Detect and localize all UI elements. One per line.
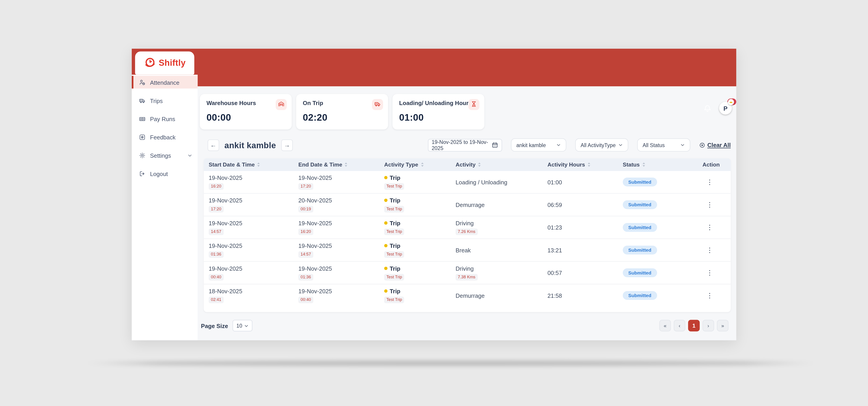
caret-down-icon xyxy=(680,143,685,147)
clear-all-button[interactable]: Clear All xyxy=(699,142,731,148)
activity-type-select[interactable]: All ActivityType xyxy=(575,138,628,152)
activity-type: Trip xyxy=(384,220,451,226)
cell-end-date: 19-Nov-202500:40 xyxy=(293,284,379,307)
notification-bell-icon[interactable] xyxy=(703,104,712,113)
cell-activity-type: TripTest Trip xyxy=(379,216,451,239)
page-size-select[interactable]: 10 xyxy=(232,320,252,332)
cell-activity-type: TripTest Trip xyxy=(379,262,451,284)
sort-icon[interactable] xyxy=(478,162,481,167)
truck-icon xyxy=(139,97,146,104)
activity-type: Trip xyxy=(384,265,451,272)
sort-icon[interactable] xyxy=(344,162,348,167)
employee-name: ankit kamble xyxy=(219,140,281,150)
cell-activity-type: TripTest Trip xyxy=(379,284,451,307)
column-header-status[interactable]: Status xyxy=(618,161,698,168)
money-icon xyxy=(139,116,146,122)
table-body: 19-Nov-202516:2019-Nov-202517:20TripTest… xyxy=(204,171,731,307)
activity-type-label: Trip xyxy=(390,220,400,226)
start-time-badge: 00:40 xyxy=(209,274,223,280)
first-page-button[interactable]: « xyxy=(659,320,671,332)
date-range-picker[interactable]: 19-Nov-2025 to 19-Nov-2025 xyxy=(428,138,502,151)
activity-hours: 06:59 xyxy=(548,201,618,208)
column-header-activity-type[interactable]: Activity Type xyxy=(379,161,451,168)
user-avatar[interactable]: P xyxy=(719,102,732,115)
sidebar-item-label: Feedback xyxy=(150,133,176,140)
kebab-menu-icon[interactable]: ⋮ xyxy=(706,179,713,185)
end-date: 19-Nov-2025 xyxy=(298,220,379,226)
activity-hours: 01:23 xyxy=(548,224,618,231)
column-header-activity[interactable]: Activity xyxy=(451,161,542,168)
column-label: Activity Type xyxy=(384,161,418,168)
cell-activity-type: TripTest Trip xyxy=(379,239,451,261)
stat-icon-box xyxy=(372,99,383,110)
next-page-button[interactable]: › xyxy=(703,320,714,332)
column-label: Action xyxy=(703,161,720,168)
activity-hours: 00:57 xyxy=(548,270,618,276)
trip-dot-icon xyxy=(384,267,388,270)
last-page-button[interactable]: » xyxy=(717,320,728,332)
employee-select[interactable]: ankit kamble xyxy=(511,138,566,152)
activity-name: Driving xyxy=(456,265,542,272)
kebab-menu-icon[interactable]: ⋮ xyxy=(706,270,713,276)
stat-card-value: 01:00 xyxy=(399,112,478,123)
kebab-menu-icon[interactable]: ⋮ xyxy=(706,224,713,231)
kebab-menu-icon[interactable]: ⋮ xyxy=(706,292,713,299)
sort-icon[interactable] xyxy=(587,162,591,167)
cell-action: ⋮ xyxy=(698,171,731,193)
activity-hours: 21:58 xyxy=(548,292,618,299)
brand-logo[interactable]: Shiftly xyxy=(135,52,194,75)
cell-activity: Demurrage xyxy=(451,284,542,307)
sort-icon[interactable] xyxy=(257,162,260,167)
activity-name: Driving xyxy=(456,220,542,226)
activity-name: Loading / Unloading xyxy=(456,179,542,185)
sidebar-item-settings[interactable]: Settings xyxy=(132,149,197,161)
prev-employee-button[interactable]: ← xyxy=(208,139,219,151)
activity-type-label: Trip xyxy=(390,265,400,272)
back-chevron-icon[interactable]: ‹ xyxy=(202,121,205,129)
column-label: Start Date & Time xyxy=(209,161,255,168)
activity-type-label: Trip xyxy=(390,243,400,249)
cell-activity: Loading / Unloading xyxy=(451,171,542,193)
prev-page-button[interactable]: ‹ xyxy=(674,320,685,332)
start-time-badge: 16:20 xyxy=(209,183,223,190)
sort-icon[interactable] xyxy=(421,162,424,167)
logout-icon xyxy=(139,170,146,177)
sidebar-item-pay-runs[interactable]: Pay Runs xyxy=(132,112,197,125)
feedback-icon xyxy=(139,133,146,140)
trip-name-badge: Test Trip xyxy=(384,274,404,280)
kebab-menu-icon[interactable]: ⋮ xyxy=(706,201,713,208)
activity-type-select-value: All ActivityType xyxy=(581,142,616,148)
column-header-start-date-time[interactable]: Start Date & Time xyxy=(204,161,293,168)
column-label: Activity Hours xyxy=(548,161,585,168)
cell-action: ⋮ xyxy=(698,284,731,307)
sidebar-item-feedback[interactable]: Feedback xyxy=(132,131,197,143)
stage: ‹ Attendance Details 4 P Shiftly Attenda… xyxy=(0,0,868,406)
caret-down-icon xyxy=(556,143,561,147)
cell-action: ⋮ xyxy=(698,194,731,216)
activity-type: Trip xyxy=(384,243,451,249)
clock-logo-icon xyxy=(144,57,156,69)
app-window: ‹ Attendance Details 4 P Shiftly Attenda… xyxy=(132,49,736,341)
page-1-button[interactable]: 1 xyxy=(688,320,700,332)
brand-name: Shiftly xyxy=(159,58,186,68)
status-select-value: All Status xyxy=(643,142,665,148)
sidebar-item-logout[interactable]: Logout xyxy=(132,167,197,180)
end-date: 19-Nov-2025 xyxy=(298,288,379,294)
next-employee-button[interactable]: → xyxy=(281,139,293,151)
cell-start-date: 19-Nov-202514:57 xyxy=(204,216,293,239)
column-header-activity-hours[interactable]: Activity Hours xyxy=(542,161,618,168)
cell-start-date: 18-Nov-202502:41 xyxy=(204,284,293,307)
end-time-badge: 16:20 xyxy=(298,229,313,235)
table-row: 19-Nov-202516:2019-Nov-202517:20TripTest… xyxy=(204,171,731,193)
trip-dot-icon xyxy=(384,244,388,248)
kebab-menu-icon[interactable]: ⋮ xyxy=(706,247,713,253)
trip-name-badge: Test Trip xyxy=(384,229,404,235)
status-select[interactable]: All Status xyxy=(637,138,690,152)
stat-card-label: Loading/ Unloading Hours xyxy=(399,100,478,106)
column-header-end-date-time[interactable]: End Date & Time xyxy=(293,161,379,168)
sidebar-item-attendance[interactable]: Attendance xyxy=(132,76,197,89)
sort-icon[interactable] xyxy=(642,162,645,167)
sidebar-item-trips[interactable]: Trips xyxy=(132,94,197,107)
trip-dot-icon xyxy=(384,176,388,179)
table-row: 19-Nov-202500:4019-Nov-202501:36TripTest… xyxy=(204,261,731,284)
